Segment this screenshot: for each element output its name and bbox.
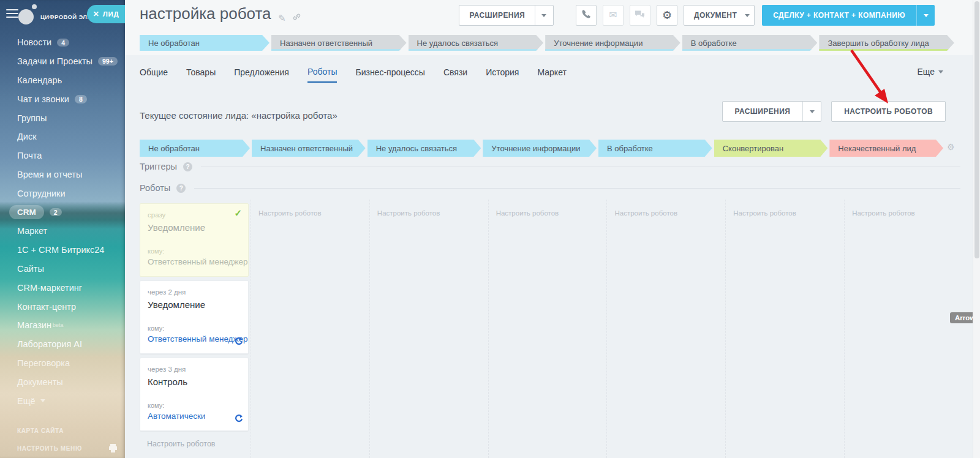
edit-title-icon[interactable]: ✎ bbox=[278, 13, 286, 24]
sidebar-item-employees[interactable]: Сотрудники bbox=[17, 184, 123, 203]
robot-card-done[interactable]: ✓ сразу Уведомление кому: Ответственный … bbox=[140, 203, 249, 277]
robot-stage-clarify-info[interactable]: Уточнение информации bbox=[483, 140, 597, 157]
chevron-down-icon bbox=[541, 14, 546, 17]
chevron-down-icon bbox=[745, 14, 750, 17]
robot-stage-cannot-contact[interactable]: Не удалось связаться bbox=[368, 140, 481, 157]
page-scrollbar[interactable] bbox=[973, 0, 980, 458]
stage-in-progress[interactable]: В обработке bbox=[682, 35, 818, 51]
tab-general[interactable]: Общие bbox=[140, 62, 168, 83]
robot-delay: сразу bbox=[148, 211, 241, 219]
board-column-not-processed: ✓ сразу Уведомление кому: Ответственный … bbox=[140, 200, 251, 458]
configure-robots-placeholder[interactable]: Настроить роботов bbox=[496, 209, 559, 217]
extensions-button[interactable]: РАСШИРЕНИЯ bbox=[459, 5, 554, 26]
robot-assignee-link[interactable]: Автоматически bbox=[148, 411, 241, 421]
menu-hamburger-icon[interactable] bbox=[6, 9, 18, 19]
document-dropdown[interactable] bbox=[741, 6, 754, 25]
sidebar-item-ai-lab[interactable]: Лаборатория AI bbox=[17, 335, 123, 354]
robot-stage-converted[interactable]: Сконвертирован bbox=[714, 140, 828, 157]
document-button[interactable]: ДОКУМЕНТ bbox=[684, 5, 755, 26]
sidebar-item-meeting-room[interactable]: Переговорка bbox=[17, 354, 123, 373]
sitemap-link[interactable]: КАРТА САЙТА bbox=[17, 427, 64, 434]
chevron-down-icon bbox=[40, 399, 45, 402]
printer-icon[interactable] bbox=[108, 443, 118, 456]
configure-robots-button[interactable]: НАСТРОИТЬ РОБОТОВ bbox=[831, 101, 946, 122]
stage-cannot-contact[interactable]: Не удалось связаться bbox=[409, 35, 544, 51]
divider bbox=[194, 188, 960, 189]
sidebar-item-calendar[interactable]: Календарь bbox=[17, 71, 123, 90]
sidebar-item-crm-marketing[interactable]: CRM-маркетинг bbox=[17, 278, 123, 297]
close-icon[interactable]: ✕ bbox=[93, 10, 99, 18]
sidebar-item-time-reports[interactable]: Время и отчеты bbox=[17, 165, 123, 184]
tab-business-processes[interactable]: Бизнес-процессы bbox=[355, 62, 424, 83]
tab-history[interactable]: История bbox=[486, 62, 519, 83]
sidebar-item-mail[interactable]: Почта bbox=[17, 146, 123, 165]
configure-robots-placeholder[interactable]: Настроить роботов bbox=[733, 209, 796, 217]
sidebar-item-sites[interactable]: Сайты bbox=[17, 260, 123, 279]
robot-stage-in-progress[interactable]: В обработке bbox=[598, 140, 712, 157]
envelope-icon: ✉ bbox=[609, 10, 617, 20]
sidebar-item-news[interactable]: Новости4 bbox=[17, 33, 123, 52]
configure-robots-placeholder[interactable]: Настроить роботов bbox=[377, 209, 440, 217]
configure-menu-link[interactable]: НАСТРОИТЬ МЕНЮ bbox=[17, 445, 82, 452]
robot-stage-not-processed[interactable]: Не обработан bbox=[140, 140, 250, 157]
tabs-more-button[interactable]: Еще bbox=[918, 67, 944, 77]
robot-to-label: кому: bbox=[148, 325, 241, 332]
configure-robots-placeholder[interactable]: Настроить роботов bbox=[852, 209, 915, 217]
tab-robots[interactable]: Роботы bbox=[307, 62, 337, 83]
settings-button[interactable]: ⚙ bbox=[657, 5, 677, 26]
tab-relations[interactable]: Связи bbox=[443, 62, 467, 83]
beta-tag: beta bbox=[53, 322, 64, 328]
divider bbox=[201, 167, 960, 167]
tab-market[interactable]: Маркет bbox=[537, 62, 566, 83]
stage-clarify-info[interactable]: Уточнение информации bbox=[545, 35, 680, 51]
robot-card[interactable]: через 3 дня Контроль кому: Автоматически bbox=[140, 358, 249, 431]
chevron-down-icon bbox=[938, 70, 943, 73]
configure-robots-link[interactable]: Настроить роботов bbox=[140, 440, 251, 448]
lead-pill-label: ЛИД bbox=[103, 10, 119, 18]
sidebar-item-shop[interactable]: Магазинbeta bbox=[17, 316, 123, 335]
sidebar-item-documents[interactable]: Документы bbox=[17, 372, 123, 391]
stage-settings-gear-icon[interactable]: ⚙ bbox=[947, 143, 955, 151]
logo-dot-icon bbox=[32, 4, 37, 9]
extensions-dropdown-secondary[interactable] bbox=[802, 102, 821, 121]
create-deal-contact-company-button[interactable]: СДЕЛКУ + КОНТАКТ + КОМПАНИЮ bbox=[762, 5, 935, 26]
configure-robots-placeholder[interactable]: Настроить роботов bbox=[614, 209, 677, 217]
sidebar-item-contact-center[interactable]: Контакт-центр bbox=[17, 297, 123, 316]
cta-dropdown[interactable] bbox=[916, 5, 935, 26]
configure-robots-placeholder[interactable]: Настроить роботов bbox=[258, 209, 322, 217]
sidebar-item-1c-crm[interactable]: 1С + CRM Битрикс24 bbox=[17, 241, 123, 260]
tasks-count-badge: 99+ bbox=[98, 57, 118, 66]
call-button[interactable] bbox=[576, 5, 597, 26]
stage-assigned[interactable]: Назначен ответственный bbox=[271, 35, 407, 51]
sidebar-item-crm[interactable]: CRM2 bbox=[17, 203, 123, 222]
triggers-help-icon[interactable]: ? bbox=[183, 162, 192, 171]
tab-quotes[interactable]: Предложения bbox=[234, 62, 289, 83]
sidebar-item-market[interactable]: Маркет bbox=[17, 222, 123, 241]
robot-stage-junk[interactable]: Некачественный лид bbox=[829, 140, 943, 157]
refresh-icon[interactable] bbox=[235, 337, 243, 348]
sidebar-item-tasks[interactable]: Задачи и Проекты99+ bbox=[17, 52, 123, 71]
link-icon[interactable] bbox=[292, 12, 301, 24]
sidebar-item-more[interactable]: Ещё bbox=[17, 391, 123, 410]
sidebar-item-chat[interactable]: Чат и звонки8 bbox=[17, 89, 123, 108]
sidebar-item-groups[interactable]: Группы bbox=[17, 108, 123, 127]
lead-entity-pill[interactable]: ✕ ЛИД bbox=[87, 5, 125, 23]
tab-products[interactable]: Товары bbox=[186, 62, 216, 83]
check-icon: ✓ bbox=[234, 208, 242, 219]
stage-not-processed[interactable]: Не обработан bbox=[140, 35, 270, 51]
extensions-dropdown[interactable] bbox=[535, 6, 553, 25]
scrollbar-thumb[interactable] bbox=[974, 1, 979, 258]
extensions-button-secondary[interactable]: РАСШИРЕНИЯ bbox=[722, 101, 822, 122]
email-button[interactable]: ✉ bbox=[603, 5, 624, 26]
robot-stage-assigned[interactable]: Назначен ответственный bbox=[252, 140, 366, 157]
robot-card[interactable]: через 2 дня Уведомление кому: Ответствен… bbox=[140, 280, 249, 354]
robots-help-icon[interactable]: ? bbox=[176, 184, 186, 193]
robot-assignee-link[interactable]: Ответственный менеджер bbox=[148, 334, 241, 344]
crm-count-badge: 2 bbox=[50, 208, 62, 217]
stage-finish-lead[interactable]: Завершить обработку лида bbox=[819, 35, 954, 51]
sidebar-item-disk[interactable]: Диск bbox=[17, 127, 123, 146]
refresh-icon[interactable] bbox=[235, 415, 243, 426]
chat-button[interactable] bbox=[630, 5, 650, 26]
robot-to-label: кому: bbox=[148, 402, 241, 409]
robots-actions: РАСШИРЕНИЯ НАСТРОИТЬ РОБОТОВ bbox=[722, 101, 946, 122]
